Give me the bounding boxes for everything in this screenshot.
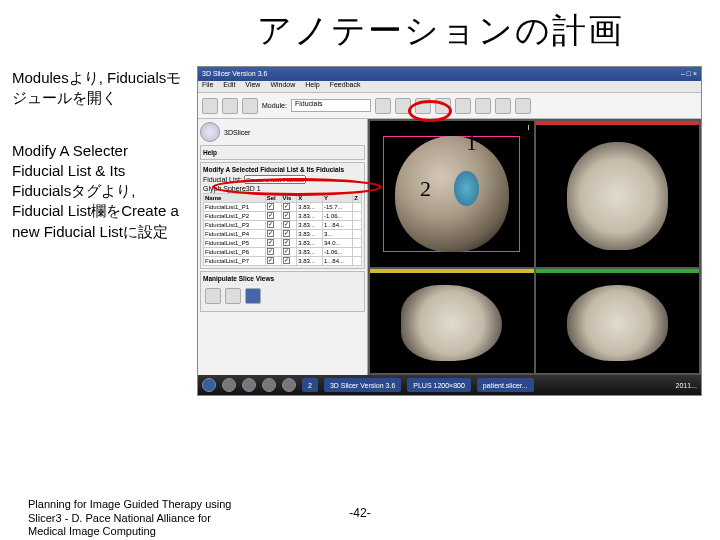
side-panel: 3DSlicer Help Modify A Selected Fiducial…: [198, 119, 368, 375]
taskbar-tab[interactable]: 3D Slicer Version 3.6: [324, 378, 401, 392]
table-cell: [353, 239, 362, 248]
table-row[interactable]: FiducialList1_P23.83...-1.06...: [204, 212, 362, 221]
window-title-text: 3D Slicer Version 3.6: [202, 67, 267, 81]
toolbar-button[interactable]: [415, 98, 431, 114]
taskbar-clock: 2011...: [676, 382, 697, 389]
taskbar-icon[interactable]: [242, 378, 256, 392]
table-cell: 3.83...: [297, 212, 323, 221]
window-controls[interactable]: – □ ×: [681, 67, 697, 81]
table-cell: 3.83...: [297, 248, 323, 257]
table-cell: FiducialList1_P7: [204, 257, 266, 266]
toolbar-button[interactable]: [202, 98, 218, 114]
logo-text: 3DSlicer: [224, 129, 250, 136]
toolbar-button[interactable]: [375, 98, 391, 114]
table-cell: FiducialList1_P1: [204, 203, 266, 212]
slice-btn[interactable]: [225, 288, 241, 304]
toolbar-button[interactable]: [475, 98, 491, 114]
th: X: [297, 194, 323, 203]
toolbar-button[interactable]: [515, 98, 531, 114]
taskbar-icon[interactable]: [262, 378, 276, 392]
toolbar-button[interactable]: [435, 98, 451, 114]
taskbar-icon[interactable]: [222, 378, 236, 392]
table-cell: 3.83...: [297, 221, 323, 230]
menu-view[interactable]: View: [245, 81, 260, 92]
table-row[interactable]: FiducialList1_P63.83...-1.06...: [204, 248, 362, 257]
module-label: Module:: [262, 102, 287, 109]
table-cell: FiducialList1_P5: [204, 239, 266, 248]
menu-feedback[interactable]: Feedback: [330, 81, 361, 92]
table-cell: 1...84...: [322, 221, 352, 230]
taskbar-icon[interactable]: [282, 378, 296, 392]
table-cell: -1.06...: [322, 248, 352, 257]
view-axial[interactable]: [536, 121, 700, 267]
th: Y: [322, 194, 352, 203]
callout-number-2: 2: [420, 176, 431, 202]
screenshot-area: 3D Slicer Version 3.6 – □ × File Edit Vi…: [197, 66, 710, 396]
slice-btn[interactable]: [245, 288, 261, 304]
window-titlebar: 3D Slicer Version 3.6 – □ ×: [198, 67, 701, 81]
view-coronal[interactable]: [536, 269, 700, 373]
toolbar-button[interactable]: [395, 98, 411, 114]
panel-help-head: Help: [203, 148, 362, 157]
table-cell: 3.83...: [297, 230, 323, 239]
table-row[interactable]: FiducialList1_P33.83...1...84...: [204, 221, 362, 230]
menu-bar[interactable]: File Edit View Window Help Feedback: [198, 81, 701, 93]
logo-row: 3DSlicer: [200, 121, 365, 143]
table-cell: 3.83...: [297, 203, 323, 212]
table-cell: 1...84...: [322, 257, 352, 266]
app-body: 3DSlicer Help Modify A Selected Fiducial…: [198, 119, 701, 375]
table-cell: [353, 203, 362, 212]
toolbar-button[interactable]: [242, 98, 258, 114]
taskbar-tab[interactable]: 2: [302, 378, 318, 392]
table-row[interactable]: FiducialList1_P43.83...3...: [204, 230, 362, 239]
page-number: -42-: [349, 506, 370, 520]
instruction-step-1: Modulesより, Fiducialsモジュールを開く: [10, 66, 185, 111]
toolbar-button[interactable]: [455, 98, 471, 114]
table-header-row: Name Sel Vis X Y Z: [204, 194, 362, 203]
toolbar-button[interactable]: [495, 98, 511, 114]
menu-window[interactable]: Window: [270, 81, 295, 92]
table-cell: [265, 257, 281, 266]
callout-number-1: 1: [466, 130, 477, 156]
panel-modify-section: Modify A Selected Fiducial List & Its Fi…: [200, 162, 365, 269]
table-cell: 34.0...: [322, 239, 352, 248]
fiducial-table[interactable]: Name Sel Vis X Y Z FiducialList1_P13.83.…: [203, 193, 362, 266]
fiducial-list-row: Fiducial List:: [203, 175, 362, 184]
table-cell: FiducialList1_P4: [204, 230, 266, 239]
slicer-app-window: 3D Slicer Version 3.6 – □ × File Edit Vi…: [197, 66, 702, 396]
table-cell: [353, 248, 362, 257]
taskbar-tab[interactable]: patient.slicer...: [477, 378, 534, 392]
menu-file[interactable]: File: [202, 81, 213, 92]
slice-btn[interactable]: [205, 288, 221, 304]
menu-edit[interactable]: Edit: [223, 81, 235, 92]
content-area: Modulesより, Fiducialsモジュールを開く Modify A Se…: [0, 54, 720, 396]
taskbar-tab[interactable]: PLUS 1200×800: [407, 378, 471, 392]
fiducial-list-select[interactable]: [244, 175, 306, 184]
os-taskbar: 2 3D Slicer Version 3.6 PLUS 1200×800 pa…: [198, 375, 701, 395]
brain-slice: [401, 285, 502, 361]
panel-modify-head: Modify A Selected Fiducial List & Its Fi…: [203, 165, 362, 174]
instruction-step-2: Modify A Selecter Fiducial List & Its Fi…: [10, 139, 185, 244]
table-cell: [353, 257, 362, 266]
module-selector[interactable]: Fiducials: [291, 99, 371, 112]
table-cell: [353, 230, 362, 239]
panel-manipulate-section: Manipulate Slice Views: [200, 271, 365, 312]
table-row[interactable]: FiducialList1_P73.83...1...84...: [204, 257, 362, 266]
axis-letter: I: [527, 123, 529, 132]
table-cell: 3.83...: [297, 257, 323, 266]
view-sagittal[interactable]: [370, 269, 534, 373]
instruction-column: Modulesより, Fiducialsモジュールを開く Modify A Se…: [10, 66, 185, 396]
brain-3d-render: [395, 136, 509, 253]
glyph-row-text: Glyph Sphere3D 1: [203, 185, 261, 192]
toolbar-button[interactable]: [222, 98, 238, 114]
table-row[interactable]: FiducialList1_P13.83...-15.7...: [204, 203, 362, 212]
glyph-row: Glyph Sphere3D 1: [203, 185, 362, 192]
table-cell: [353, 212, 362, 221]
view-3d[interactable]: I: [370, 121, 534, 267]
table-row[interactable]: FiducialList1_P53.83...34.0...: [204, 239, 362, 248]
table-cell: -15.7...: [322, 203, 352, 212]
table-cell: 3...: [322, 230, 352, 239]
start-icon[interactable]: [202, 378, 216, 392]
toolbar: Module: Fiducials: [198, 93, 701, 119]
menu-help[interactable]: Help: [305, 81, 319, 92]
